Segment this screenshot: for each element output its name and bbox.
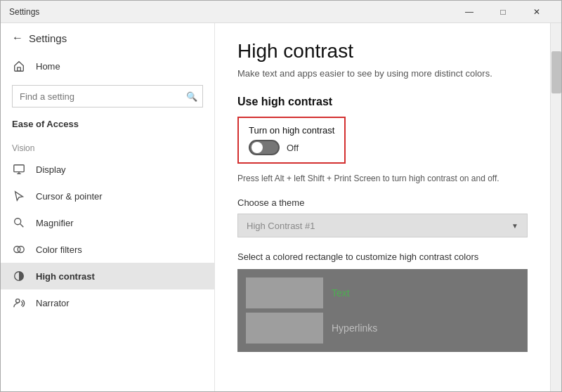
sidebar-item-cursor[interactable]: Cursor & pointer xyxy=(1,183,214,209)
high-contrast-toggle[interactable] xyxy=(249,140,280,155)
sidebar-item-display-label: Display xyxy=(36,164,66,175)
sidebar-item-color-filters[interactable]: Color filters xyxy=(1,236,214,263)
settings-window: Settings — □ ✕ ← Settings Hom xyxy=(0,0,562,392)
magnifier-icon xyxy=(12,216,26,230)
back-arrow-icon: ← xyxy=(12,32,23,44)
search-icon: 🔍 xyxy=(186,91,197,102)
toggle-knob xyxy=(251,142,263,153)
cursor-icon xyxy=(12,189,26,203)
search-wrapper: 🔍 xyxy=(12,85,203,107)
narrator-icon xyxy=(12,296,26,310)
toggle-row: Off xyxy=(249,140,334,155)
titlebar-title: Settings xyxy=(9,7,453,17)
titlebar-controls: — □ ✕ xyxy=(453,1,553,23)
scrollbar-track[interactable] xyxy=(550,23,561,391)
svg-line-5 xyxy=(20,224,24,228)
page-subtitle: Make text and apps easier to see by usin… xyxy=(237,68,528,79)
color-preview-box: Text Hyperlinks xyxy=(237,269,528,352)
dropdown-arrow-icon: ▼ xyxy=(511,222,518,230)
select-colors-label: Select a colored rectangle to customize … xyxy=(237,251,528,262)
sidebar-search-area: 🔍 xyxy=(1,79,214,116)
svg-point-7 xyxy=(18,247,24,253)
scrollbar-thumb[interactable] xyxy=(551,51,561,93)
ease-of-access-label: Ease of Access xyxy=(1,116,214,135)
main-area: ← Settings Home 🔍 xyxy=(1,23,561,391)
content-area: High contrast Make text and apps easier … xyxy=(215,23,550,391)
shortcut-text: Press left Alt + left Shift + Print Scre… xyxy=(237,174,528,183)
hyperlinks-color-swatch[interactable] xyxy=(246,313,323,344)
theme-dropdown[interactable]: High Contrast #1 ▼ xyxy=(237,214,528,237)
page-title: High contrast xyxy=(237,40,528,63)
high-contrast-icon xyxy=(12,269,26,283)
color-filters-icon xyxy=(12,242,26,256)
sidebar-item-home-label: Home xyxy=(36,61,60,72)
sidebar: ← Settings Home 🔍 xyxy=(1,23,215,391)
home-icon xyxy=(12,59,26,73)
choose-theme-label: Choose a theme xyxy=(237,197,528,208)
minimize-button[interactable]: — xyxy=(453,1,485,23)
sidebar-item-high-contrast-label: High contrast xyxy=(36,271,95,282)
color-row-text: Text xyxy=(246,277,519,308)
close-button[interactable]: ✕ xyxy=(521,1,553,23)
sidebar-item-display[interactable]: Display xyxy=(1,156,214,183)
text-color-label: Text xyxy=(332,287,350,299)
sidebar-back-button[interactable]: ← Settings xyxy=(1,23,214,53)
hyperlinks-color-label: Hyperlinks xyxy=(332,322,377,334)
text-color-swatch[interactable] xyxy=(246,277,323,308)
sidebar-item-high-contrast[interactable]: High contrast xyxy=(1,263,214,289)
sidebar-item-narrator-label: Narrator xyxy=(36,298,70,308)
sidebar-settings-title: Settings xyxy=(29,32,67,44)
toggle-box: Turn on high contrast Off xyxy=(237,117,346,164)
toggle-label: Turn on high contrast xyxy=(249,125,334,136)
section-heading: Use high contrast xyxy=(237,96,528,108)
svg-point-4 xyxy=(15,218,21,225)
maximize-button[interactable]: □ xyxy=(487,1,519,23)
display-icon xyxy=(12,162,26,176)
sidebar-item-color-filters-label: Color filters xyxy=(36,244,82,255)
theme-dropdown-value: High Contrast #1 xyxy=(247,221,315,231)
sidebar-item-magnifier-label: Magnifier xyxy=(36,218,73,228)
sidebar-item-home[interactable]: Home xyxy=(1,53,214,79)
svg-rect-0 xyxy=(18,67,21,71)
sidebar-item-narrator[interactable]: Narrator xyxy=(1,289,214,316)
sidebar-item-cursor-label: Cursor & pointer xyxy=(36,191,103,202)
vision-section-label: Vision xyxy=(1,135,214,156)
search-input[interactable] xyxy=(12,85,203,107)
color-row-hyperlinks: Hyperlinks xyxy=(246,313,519,344)
titlebar: Settings — □ ✕ xyxy=(1,1,561,23)
toggle-state-label: Off xyxy=(287,143,299,153)
sidebar-item-magnifier[interactable]: Magnifier xyxy=(1,209,214,236)
svg-rect-1 xyxy=(14,165,24,172)
svg-point-9 xyxy=(16,299,20,303)
